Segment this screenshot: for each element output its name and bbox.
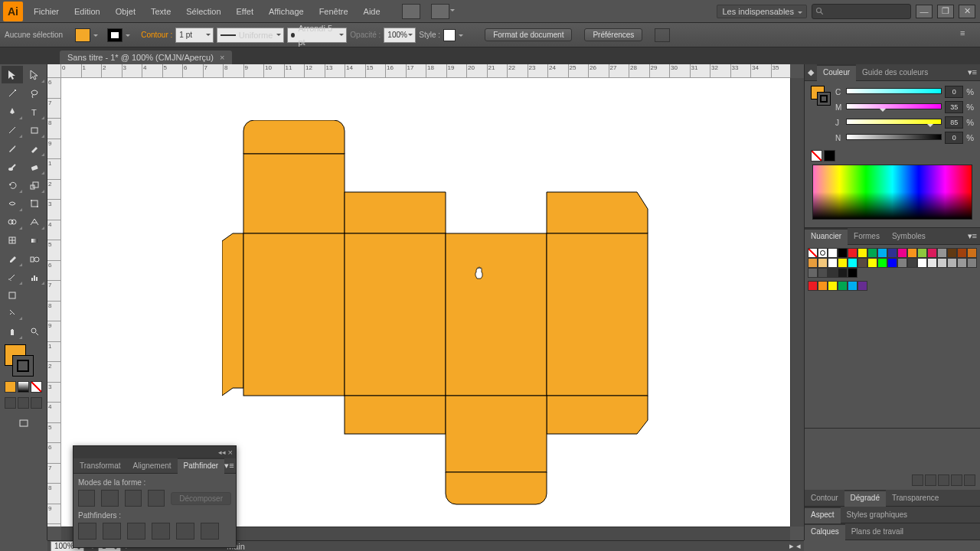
swatch[interactable]: [907, 258, 917, 268]
close-tab-icon[interactable]: ×: [220, 53, 224, 62]
stroke-weight-dropdown[interactable]: 1 pt: [175, 28, 214, 43]
new-swatch-icon[interactable]: [951, 474, 962, 486]
document-tab[interactable]: Sans titre - 1* @ 100% (CMJN/Aperçu) ×: [60, 51, 232, 64]
tab-gradient[interactable]: Dégradé: [844, 490, 886, 507]
menu-window[interactable]: Fenêtre: [312, 0, 356, 23]
chevron-down-icon[interactable]: [459, 34, 463, 39]
scale-tool[interactable]: [24, 176, 45, 194]
stroke-swatch[interactable]: [107, 28, 122, 42]
swatch[interactable]: [947, 248, 957, 258]
stroke-profile-dropdown[interactable]: Uniforme: [217, 28, 284, 43]
shape-builder-tool[interactable]: [2, 213, 23, 230]
swatch-options-icon[interactable]: [925, 474, 936, 486]
menu-file[interactable]: Fichier: [26, 0, 67, 23]
pen-tool[interactable]: [2, 103, 23, 120]
type-tool[interactable]: T: [24, 103, 45, 120]
swatch[interactable]: [917, 248, 927, 258]
search-input[interactable]: [812, 4, 911, 19]
panel-menu-icon[interactable]: ▾≡: [968, 231, 980, 241]
menu-selection[interactable]: Sélection: [178, 0, 228, 23]
brush-dropdown[interactable]: Arrondi 5 pt: [287, 28, 347, 43]
unite-button[interactable]: [78, 490, 95, 507]
fill-stroke-control[interactable]: [2, 344, 45, 378]
swatch[interactable]: [838, 258, 848, 268]
selection-tool[interactable]: [2, 66, 23, 83]
tab-brushes[interactable]: Formes: [848, 228, 886, 245]
exclude-button[interactable]: [148, 490, 165, 507]
magenta-value[interactable]: 35: [945, 101, 963, 113]
minus-front-button[interactable]: [101, 490, 118, 507]
swatch[interactable]: [848, 248, 858, 258]
opacity-dropdown[interactable]: 100%: [384, 28, 416, 43]
cyan-value[interactable]: 0: [945, 86, 963, 98]
gradient-tool[interactable]: [24, 231, 45, 249]
swatch[interactable]: [887, 258, 897, 268]
tab-stroke[interactable]: Contour: [805, 490, 844, 507]
zoom-tool[interactable]: [24, 322, 45, 340]
swatches-grid[interactable]: [806, 246, 978, 292]
eyedropper-tool[interactable]: [2, 249, 23, 267]
menu-help[interactable]: Aide: [356, 0, 388, 23]
ruler-horizontal[interactable]: 0123456789101112131415161718192021222324…: [61, 64, 790, 78]
swatch[interactable]: [867, 258, 877, 268]
swatch[interactable]: [957, 248, 967, 258]
panel-menu-icon[interactable]: ≡: [960, 28, 975, 42]
swatch[interactable]: [828, 248, 838, 258]
screen-mode-icon[interactable]: [13, 415, 34, 432]
swatch[interactable]: [887, 248, 897, 258]
tab-layers[interactable]: Calques: [805, 523, 845, 540]
tab-color[interactable]: Couleur: [817, 64, 856, 81]
packaging-die-shape[interactable]: [222, 120, 658, 518]
close-button[interactable]: ✕: [959, 5, 975, 18]
tab-appearance[interactable]: Aspect: [805, 507, 841, 523]
doc-setup-button[interactable]: Format de document: [485, 28, 572, 41]
merge-button[interactable]: [127, 523, 145, 540]
contour-label[interactable]: Contour :: [141, 31, 172, 39]
none-swatch[interactable]: [811, 150, 822, 161]
artboard-tool[interactable]: [2, 287, 23, 304]
drawing-mode-normal[interactable]: [5, 397, 16, 409]
swatch[interactable]: [877, 248, 887, 258]
swatch-libraries-icon[interactable]: [912, 474, 923, 486]
column-graph-tool[interactable]: [24, 268, 45, 285]
width-tool[interactable]: [2, 194, 23, 212]
tab-artboards[interactable]: Plans de travail: [845, 523, 910, 540]
arrange-icon[interactable]: [431, 4, 449, 19]
stroke-color-box[interactable]: [12, 355, 34, 377]
swatch[interactable]: [808, 258, 818, 268]
color-mode-icon[interactable]: [5, 381, 16, 393]
collapse-icon[interactable]: ◂◂: [218, 448, 226, 456]
delete-swatch-icon[interactable]: [964, 474, 975, 486]
panel-menu-icon[interactable]: ▾≡: [224, 461, 237, 471]
swatch[interactable]: [858, 248, 867, 258]
color-spectrum[interactable]: [812, 165, 972, 220]
fill-swatch[interactable]: [75, 28, 90, 42]
swatch[interactable]: [937, 248, 947, 258]
swatch[interactable]: [867, 248, 877, 258]
divide-button[interactable]: [78, 523, 96, 540]
tab-color-guide[interactable]: Guide des couleurs: [856, 64, 934, 81]
preferences-button[interactable]: Préférences: [584, 28, 642, 41]
drawing-mode-behind[interactable]: [18, 397, 29, 409]
tab-symbols[interactable]: Symboles: [886, 228, 932, 245]
align-icon[interactable]: [655, 28, 670, 42]
pencil-tool[interactable]: [24, 139, 45, 157]
lasso-tool[interactable]: [24, 84, 45, 102]
scrollbar-vertical[interactable]: [790, 78, 804, 527]
tab-align[interactable]: Alignement: [127, 458, 178, 474]
tab-pathfinder[interactable]: Pathfinder: [178, 458, 225, 474]
maximize-button[interactable]: ❐: [937, 5, 954, 18]
tab-swatches[interactable]: Nuancier: [805, 228, 848, 245]
chevron-down-icon[interactable]: [93, 34, 98, 39]
minus-back-button[interactable]: [201, 523, 219, 540]
tab-graphic-styles[interactable]: Styles graphiques: [841, 507, 914, 523]
workspace-switcher[interactable]: Les indispensables: [717, 5, 807, 18]
hand-tool[interactable]: [2, 322, 23, 340]
black-value[interactable]: 0: [945, 132, 963, 144]
mesh-tool[interactable]: [2, 231, 23, 249]
close-panel-icon[interactable]: ×: [228, 448, 233, 457]
blob-brush-tool[interactable]: [2, 158, 23, 175]
ruler-origin[interactable]: [47, 64, 61, 78]
swatch[interactable]: [838, 248, 848, 258]
menu-effect[interactable]: Effet: [229, 0, 261, 23]
